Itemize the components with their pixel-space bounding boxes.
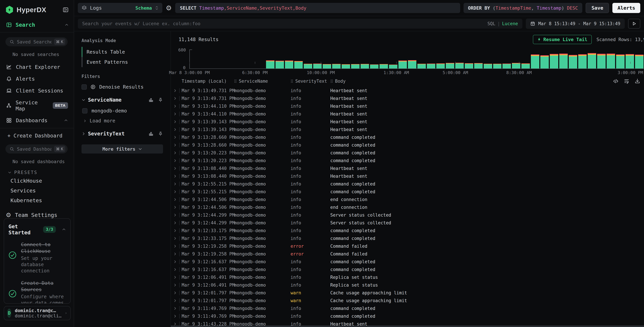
- histogram-bar[interactable]: [388, 50, 398, 68]
- histogram-bar[interactable]: [237, 50, 246, 68]
- histogram-bar[interactable]: [266, 50, 275, 68]
- histogram-bar[interactable]: [625, 50, 634, 68]
- expand-row-icon[interactable]: [173, 206, 177, 209]
- histogram-bar[interactable]: [587, 50, 597, 68]
- table-row[interactable]: Mar 9 3:12:33.175 PMmongodb-demoinfocomm…: [171, 234, 644, 242]
- expand-row-icon[interactable]: [173, 283, 177, 287]
- column-servicename[interactable]: ServiceName: [239, 78, 268, 84]
- table-row[interactable]: Mar 9 3:11:49.769 PMmongodb-demoinfocomm…: [171, 312, 644, 320]
- filter-group-severitytext[interactable]: SeverityText: [82, 131, 163, 136]
- column-body[interactable]: Body: [335, 78, 346, 84]
- date-range-picker[interactable]: Mar 8 15:13:49 - Mar 9 15:13:49: [526, 18, 625, 29]
- select-query-input[interactable]: SELECT Timestamp,ServiceName,SeverityTex…: [175, 3, 460, 13]
- expand-row-icon[interactable]: [173, 299, 177, 302]
- pin-icon[interactable]: [158, 131, 163, 136]
- expand-row-icon[interactable]: [173, 291, 177, 295]
- sidebar-item-service-map[interactable]: Service Map BETA: [0, 96, 74, 114]
- sidebar-item-dashboards[interactable]: Dashboards: [0, 114, 74, 126]
- histogram-bar[interactable]: [436, 50, 445, 68]
- sidebar-collapse-icon[interactable]: [62, 7, 69, 13]
- expand-row-icon[interactable]: [173, 104, 177, 108]
- expand-row-icon[interactable]: [173, 89, 177, 92]
- get-started-item[interactable]: Connect to ClickHouse Set up your databa…: [8, 241, 66, 274]
- histogram-bar[interactable]: [294, 50, 303, 68]
- histogram-bar[interactable]: [483, 50, 493, 68]
- expand-row-icon[interactable]: [173, 151, 177, 155]
- sidebar-item-team-settings[interactable]: ⚙ Team Settings: [0, 204, 74, 218]
- histogram-bar[interactable]: [568, 50, 578, 68]
- expand-row-icon[interactable]: [173, 229, 177, 232]
- table-row[interactable]: Mar 9 3:13:28.660 PMmongodb-demoinfocomm…: [171, 141, 644, 149]
- histogram-bar[interactable]: [445, 50, 455, 68]
- table-row[interactable]: Mar 9 3:13:49.731 PMmongodb-demoinfoHear…: [171, 94, 644, 102]
- table-row[interactable]: Mar 9 3:12:33.175 PMmongodb-demoinfocomm…: [171, 227, 644, 234]
- filter-value-mongodb-demo[interactable]: mongodb-demo: [82, 108, 163, 114]
- histogram-bar[interactable]: [303, 50, 313, 68]
- table-row[interactable]: Mar 9 3:13:20.223 PMmongodb-demoinfocomm…: [171, 157, 644, 164]
- histogram-bar[interactable]: [398, 50, 408, 68]
- get-started-item[interactable]: Create Data Sources Configure where your…: [8, 280, 66, 304]
- table-row[interactable]: Mar 9 3:13:28.660 PMmongodb-demoinfocomm…: [171, 134, 644, 141]
- expand-row-icon[interactable]: [173, 174, 177, 178]
- expand-row-icon[interactable]: [173, 213, 177, 217]
- expand-row-icon[interactable]: [173, 314, 177, 318]
- query-settings-button[interactable]: ⚙: [166, 4, 172, 12]
- table-row[interactable]: Mar 9 3:13:39.143 PMmongodb-demoinfoHear…: [171, 126, 644, 134]
- bar-chart-icon[interactable]: [148, 131, 154, 136]
- histogram-bar[interactable]: [199, 50, 209, 68]
- drag-handle-icon[interactable]: [330, 79, 333, 83]
- column-severitytext[interactable]: SeverityText: [295, 78, 327, 84]
- log-table[interactable]: Mar 9 3:13:49.731 PMmongodb-demoinfoHear…: [171, 86, 644, 327]
- sidebar-item-search[interactable]: Search: [0, 14, 74, 32]
- expand-row-icon[interactable]: [173, 268, 177, 271]
- expand-row-icon[interactable]: [173, 260, 177, 264]
- histogram-bar[interactable]: [549, 50, 559, 68]
- order-by-input[interactable]: ORDER BY (TimestampTime, Timestamp) DESC: [464, 3, 582, 13]
- alerts-button[interactable]: Alerts: [612, 3, 640, 13]
- table-row[interactable]: Mar 9 3:12:16.637 PMmongodb-demoinfocomm…: [171, 266, 644, 274]
- preset-services[interactable]: Services: [0, 185, 74, 194]
- histogram-bar[interactable]: [350, 50, 360, 68]
- histogram-bar[interactable]: [275, 50, 284, 68]
- expand-row-icon[interactable]: [173, 159, 177, 162]
- histogram-bar[interactable]: [228, 50, 237, 68]
- table-row[interactable]: Mar 9 3:12:19.258 PMmongodb-demoerrorCom…: [171, 242, 644, 250]
- histogram-bar[interactable]: [426, 50, 436, 68]
- load-more-button[interactable]: Load more: [83, 118, 163, 124]
- table-row[interactable]: Mar 9 3:12:55.215 PMmongodb-demoinfocomm…: [171, 188, 644, 196]
- table-row[interactable]: Mar 9 3:12:19.258 PMmongodb-demoerrorCom…: [171, 250, 644, 258]
- filter-group-servicename[interactable]: ServiceName: [82, 97, 163, 103]
- table-row[interactable]: Mar 9 3:13:44.110 PMmongodb-demoinfoHear…: [171, 110, 644, 118]
- lucene-option[interactable]: Lucene: [502, 21, 518, 26]
- histogram-bar[interactable]: [512, 50, 521, 68]
- save-button[interactable]: Save: [586, 3, 609, 13]
- sql-option[interactable]: SQL: [488, 21, 495, 26]
- histogram-bar[interactable]: [474, 50, 483, 68]
- expand-row-icon[interactable]: [173, 306, 177, 310]
- histogram-bar[interactable]: [540, 50, 549, 68]
- table-row[interactable]: Mar 9 3:13:08.440 PMmongodb-demoinfoHear…: [171, 164, 644, 172]
- histogram-bar[interactable]: [559, 50, 568, 68]
- expand-row-icon[interactable]: [173, 252, 177, 256]
- presets-section-header[interactable]: PRESETS: [0, 164, 74, 175]
- histogram-bar[interactable]: [464, 50, 474, 68]
- table-row[interactable]: Mar 9 3:12:44.506 PMmongodb-demoinfoend …: [171, 196, 644, 204]
- histogram-bar[interactable]: [379, 50, 388, 68]
- download-button[interactable]: [634, 78, 640, 84]
- histogram-bar[interactable]: [190, 50, 199, 68]
- histogram-bar[interactable]: [209, 50, 218, 68]
- table-row[interactable]: Mar 9 3:12:06.491 PMmongodb-demoinfoRepl…: [171, 274, 644, 281]
- preset-clickhouse[interactable]: ClickHouse: [0, 175, 74, 185]
- expand-row-icon[interactable]: [173, 182, 177, 186]
- sidebar-item-alerts[interactable]: Alerts: [0, 73, 74, 85]
- table-row[interactable]: Mar 9 3:12:55.215 PMmongodb-demoinfocomm…: [171, 180, 644, 188]
- expand-row-icon[interactable]: [173, 244, 177, 248]
- saved-searches-input[interactable]: Saved Searches K: [6, 37, 68, 46]
- table-row[interactable]: Mar 9 3:12:06.491 PMmongodb-demoinfoRepl…: [171, 281, 644, 289]
- histogram-bar[interactable]: [313, 50, 322, 68]
- table-row[interactable]: Mar 9 3:13:49.731 PMmongodb-demoinfoHear…: [171, 87, 644, 94]
- histogram-bar[interactable]: [455, 50, 464, 68]
- event-search-input[interactable]: Search your events w/ Lucene ex. column:…: [78, 19, 522, 28]
- histogram-bar[interactable]: [634, 50, 644, 68]
- histogram-bar[interactable]: [284, 50, 294, 68]
